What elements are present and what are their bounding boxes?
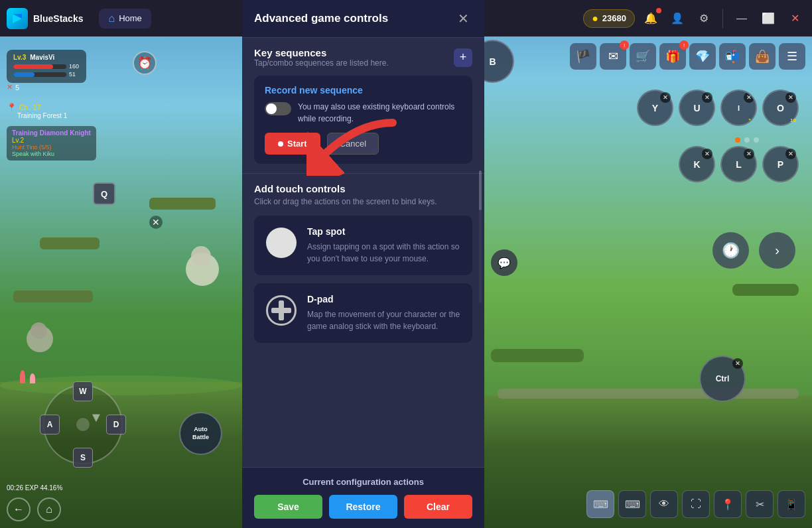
scroll-track (479, 170, 482, 303)
profile-button[interactable]: 👤 (667, 8, 688, 29)
scroll-spacer (254, 351, 472, 371)
close-window-button[interactable]: ✕ (784, 8, 805, 29)
tap-spot-icon (265, 226, 298, 259)
advanced-game-controls-dialog: Advanced game controls ✕ Key sequences T… (242, 0, 484, 528)
key-sequences-title-area: Key sequences Tap/combo sequences are li… (254, 47, 389, 68)
coin-icon: ● (592, 13, 598, 25)
dpad-desc: Map the movement of your character or th… (307, 308, 462, 332)
touch-section-title: Add touch controls (254, 183, 472, 194)
start-recording-button[interactable]: Start (265, 133, 320, 155)
dialog-footer: Current configuration actions Save Resto… (242, 467, 484, 528)
top-bar-left: BlueStacks ⌂ Home (7, 8, 151, 29)
dpad-cross (271, 300, 291, 320)
scroll-thumb (479, 170, 482, 210)
dpad-info: D-pad Map the movement of your character… (307, 294, 462, 332)
app-name: BlueStacks (33, 13, 83, 24)
footer-title: Current configuration actions (254, 477, 472, 487)
key-sequences-subtitle: Tap/combo sequences are listed here. (254, 58, 389, 68)
restore-button[interactable]: Restore (329, 495, 397, 519)
add-sequence-button[interactable]: + (454, 48, 472, 67)
home-tab-label: Home (119, 13, 142, 23)
coin-display: ● 23680 (583, 9, 635, 28)
record-new-sequence-card: Record new sequence You may also use exi… (254, 76, 472, 164)
record-card-title: Record new sequence (265, 85, 462, 96)
notification-badge (656, 8, 661, 13)
clear-button[interactable]: Clear (404, 495, 472, 519)
bluestacks-logo (7, 8, 28, 29)
dialog-header: Advanced game controls ✕ (242, 0, 484, 38)
key-sequences-header: Key sequences Tap/combo sequences are li… (254, 47, 472, 68)
maximize-button[interactable]: ⬜ (758, 8, 779, 29)
tap-spot-name: Tap spot (307, 226, 462, 237)
tap-spot-info: Tap spot Assign tapping on a spot with t… (307, 226, 462, 265)
record-description: You may also use existing keyboard contr… (298, 101, 462, 125)
add-touch-controls-section: Add touch controls Click or drag the act… (242, 174, 484, 371)
game-background-left (0, 0, 242, 528)
notification-button[interactable]: 🔔 (640, 8, 661, 29)
home-icon: ⌂ (108, 13, 115, 25)
game-background-right (484, 0, 812, 528)
dialog-body[interactable]: Key sequences Tap/combo sequences are li… (242, 38, 484, 467)
touch-section-desc: Click or drag the actions on the screen … (254, 197, 472, 206)
footer-actions: Save Restore Clear (254, 495, 472, 519)
coin-amount: 23680 (602, 13, 626, 23)
dpad-card[interactable]: D-pad Map the movement of your character… (254, 283, 472, 343)
tap-spot-desc: Assign tapping on a spot with this actio… (307, 241, 462, 265)
record-toggle[interactable] (265, 102, 291, 115)
dialog-title: Advanced game controls (254, 12, 388, 25)
home-tab[interactable]: ⌂ Home (99, 9, 151, 29)
dialog-close-button[interactable]: ✕ (454, 9, 472, 28)
cancel-recording-button[interactable]: Cancel (327, 133, 379, 155)
tap-spot-circle (266, 228, 297, 258)
record-toggle-row: You may also use existing keyboard contr… (265, 101, 462, 125)
key-sequences-title: Key sequences (254, 47, 389, 58)
toggle-knob (266, 103, 277, 114)
record-actions: Start Cancel (265, 133, 462, 155)
separator (722, 9, 723, 29)
save-button[interactable]: Save (254, 495, 322, 519)
key-sequences-section: Key sequences Tap/combo sequences are li… (242, 38, 484, 174)
settings-button[interactable]: ⚙ (693, 8, 714, 29)
tap-spot-card[interactable]: Tap spot Assign tapping on a spot with t… (254, 216, 472, 275)
dpad-icon-circle (266, 295, 297, 326)
minimize-button[interactable]: — (731, 8, 752, 29)
top-bar-right: ● 23680 🔔 👤 ⚙ — ⬜ ✕ (583, 8, 805, 29)
dpad-name: D-pad (307, 294, 462, 304)
dpad-icon (265, 294, 298, 327)
